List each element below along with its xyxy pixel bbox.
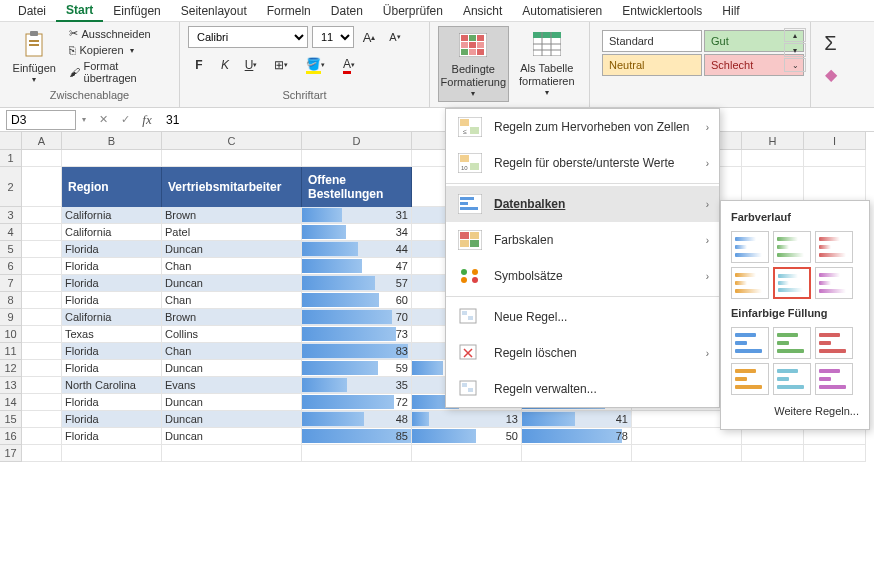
row-head-5[interactable]: 5 (0, 241, 22, 258)
svg-rect-33 (460, 232, 469, 239)
svg-rect-46 (462, 383, 467, 387)
svg-rect-12 (469, 49, 476, 55)
styles-up-button[interactable]: ▴ (784, 28, 806, 42)
menu-entwicklertools[interactable]: Entwicklertools (612, 1, 712, 21)
copy-button[interactable]: ⎘Kopieren▾ (65, 43, 171, 57)
increase-font-button[interactable]: A▴ (358, 26, 380, 48)
row-head-13[interactable]: 13 (0, 377, 22, 394)
highlight-cells-icon: ≤ (458, 117, 482, 137)
table-icon (531, 28, 563, 60)
solid-bar-option-1[interactable] (773, 327, 811, 359)
menu-hilf[interactable]: Hilf (712, 1, 749, 21)
gradient-bar-option-4[interactable] (773, 267, 811, 299)
cancel-formula-button[interactable]: ✕ (92, 110, 114, 130)
row-head-1[interactable]: 1 (0, 150, 22, 167)
row-head-9[interactable]: 9 (0, 309, 22, 326)
gradient-bar-option-3[interactable] (731, 267, 769, 299)
cf-top-bottom[interactable]: 10 Regeln für oberste/unterste Werte› (446, 145, 719, 181)
cf-highlight-cells[interactable]: ≤ Regeln zum Hervorheben von Zellen› (446, 109, 719, 145)
decrease-font-button[interactable]: A▾ (384, 26, 406, 48)
solid-bar-option-4[interactable] (773, 363, 811, 395)
row-head-16[interactable]: 16 (0, 428, 22, 445)
col-head-H[interactable]: H (742, 132, 804, 150)
icon-sets-icon (458, 266, 482, 286)
enter-formula-button[interactable]: ✓ (114, 110, 136, 130)
solid-fill-heading: Einfarbige Füllung (727, 303, 863, 323)
cf-manage-rules[interactable]: Regeln verwalten... (446, 371, 719, 407)
conditional-formatting-button[interactable]: Bedingte Formatierung▾ (438, 26, 509, 102)
solid-bar-option-3[interactable] (731, 363, 769, 395)
row-head-4[interactable]: 4 (0, 224, 22, 241)
row-head-8[interactable]: 8 (0, 292, 22, 309)
font-group-label: Schriftart (188, 89, 421, 103)
menu-daten[interactable]: Daten (321, 1, 373, 21)
row-head-11[interactable]: 11 (0, 343, 22, 360)
styles-down-button[interactable]: ▾ (784, 43, 806, 57)
svg-rect-25 (460, 155, 469, 162)
col-head-D[interactable]: D (302, 132, 412, 150)
solid-bar-option-0[interactable] (731, 327, 769, 359)
cf-icon-sets[interactable]: Symbolsätze› (446, 258, 719, 294)
manage-rules-icon (458, 379, 482, 399)
col-head-B[interactable]: B (62, 132, 162, 150)
gradient-bar-option-1[interactable] (773, 231, 811, 263)
font-size-select[interactable]: 11 (312, 26, 354, 48)
cut-button[interactable]: ✂Ausschneiden (65, 26, 171, 41)
cf-data-bars[interactable]: Datenbalken› (446, 186, 719, 222)
row-head-15[interactable]: 15 (0, 411, 22, 428)
row-head-14[interactable]: 14 (0, 394, 22, 411)
fx-button[interactable]: fx (136, 110, 158, 130)
clipboard-group-label: Zwischenablage (8, 89, 171, 103)
row-head-6[interactable]: 6 (0, 258, 22, 275)
svg-rect-43 (468, 316, 473, 320)
menu-automatisieren[interactable]: Automatisieren (512, 1, 612, 21)
style-standard[interactable]: Standard (602, 30, 702, 52)
row-head-7[interactable]: 7 (0, 275, 22, 292)
row-head-12[interactable]: 12 (0, 360, 22, 377)
eraser-icon[interactable]: ◆ (825, 65, 837, 84)
col-head-A[interactable]: A (22, 132, 62, 150)
underline-button[interactable]: U ▾ (240, 54, 262, 76)
conditional-formatting-icon (457, 29, 489, 61)
col-head-I[interactable]: I (804, 132, 866, 150)
autosum-icon[interactable]: Σ (824, 32, 836, 55)
solid-bar-option-5[interactable] (815, 363, 853, 395)
style-neutral[interactable]: Neutral (602, 54, 702, 76)
fill-color-button[interactable]: 🪣 ▾ (300, 54, 330, 76)
svg-rect-10 (477, 42, 484, 48)
gradient-bar-option-0[interactable] (731, 231, 769, 263)
menu-ansicht[interactable]: Ansicht (453, 1, 512, 21)
font-name-select[interactable]: Calibri (188, 26, 308, 48)
paste-button[interactable]: Einfügen ▾ (8, 26, 61, 87)
format-painter-button[interactable]: 🖌Format übertragen (65, 59, 171, 85)
styles-more-button[interactable]: ⌄ (784, 58, 806, 72)
row-head-17[interactable]: 17 (0, 445, 22, 462)
svg-rect-15 (533, 32, 561, 38)
menu-formeln[interactable]: Formeln (257, 1, 321, 21)
svg-point-37 (461, 269, 467, 275)
bold-button[interactable]: F (188, 54, 210, 76)
cf-color-scales[interactable]: Farbskalen› (446, 222, 719, 258)
svg-rect-7 (477, 35, 484, 41)
menu-datei[interactable]: Datei (8, 1, 56, 21)
name-box[interactable] (6, 110, 76, 130)
menu-seitenlayout[interactable]: Seitenlayout (171, 1, 257, 21)
solid-bar-option-2[interactable] (815, 327, 853, 359)
gradient-bar-option-5[interactable] (815, 267, 853, 299)
format-as-table-button[interactable]: Als Tabelle formatieren▾ (513, 26, 581, 100)
menu-überprüfen[interactable]: Überprüfen (373, 1, 453, 21)
row-head-3[interactable]: 3 (0, 207, 22, 224)
cf-new-rule[interactable]: Neue Regel... (446, 299, 719, 335)
menu-einfügen[interactable]: Einfügen (103, 1, 170, 21)
font-color-button[interactable]: A ▾ (334, 54, 364, 76)
italic-button[interactable]: K (214, 54, 236, 76)
row-head-10[interactable]: 10 (0, 326, 22, 343)
row-head-2[interactable]: 2 (0, 167, 22, 207)
more-rules-link[interactable]: Weitere Regeln... (727, 399, 863, 423)
svg-rect-9 (469, 42, 476, 48)
gradient-bar-option-2[interactable] (815, 231, 853, 263)
col-head-C[interactable]: C (162, 132, 302, 150)
borders-button[interactable]: ⊞ ▾ (266, 54, 296, 76)
menu-start[interactable]: Start (56, 0, 103, 22)
cf-clear-rules[interactable]: Regeln löschen› (446, 335, 719, 371)
